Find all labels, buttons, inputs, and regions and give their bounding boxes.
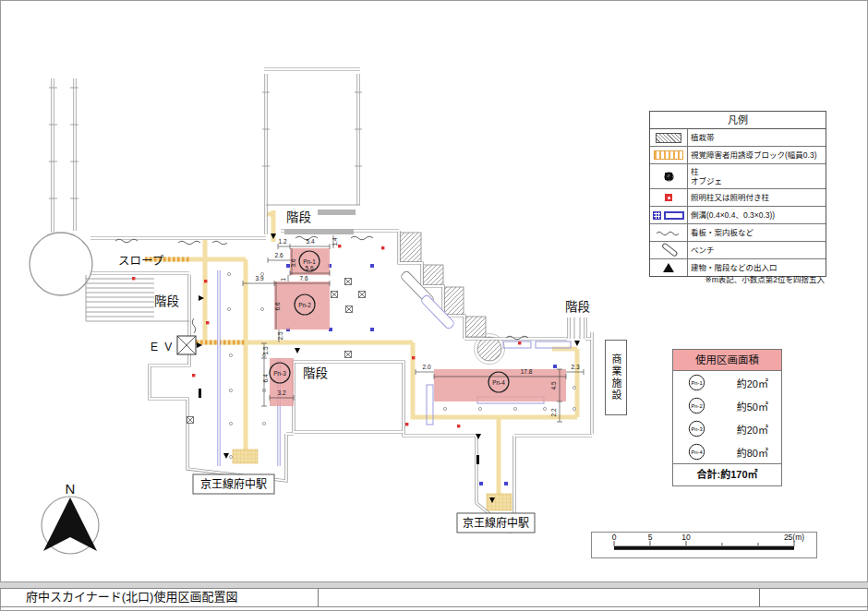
- svg-text:Pn-4: Pn-4: [691, 449, 703, 455]
- table-row: Pn-3 約20㎡: [673, 417, 781, 440]
- zone-pn3-area: 約20㎡: [737, 422, 768, 437]
- dim-pn1-top: 5.4: [306, 238, 314, 245]
- zone-pn2-badge: Pn-2: [688, 397, 705, 414]
- table-row: Pn-4 約80㎡: [673, 440, 781, 463]
- dim-pn2-offset-left: 3.9: [255, 275, 263, 282]
- north-arrow: N: [28, 466, 115, 563]
- title-block-mid-cell: [319, 588, 760, 606]
- dim-pn2-top: 7.6: [299, 275, 307, 282]
- station-labels: 京王線府中駅 京王線府中駅: [193, 474, 535, 533]
- north-arrow-glyph: [43, 497, 97, 551]
- elevator-label: E V: [151, 341, 174, 353]
- legend-label: 植栽帯: [688, 131, 826, 144]
- dim-pn3-offset-top: 1.5: [262, 346, 269, 354]
- zone-pn2-label: Pn-2: [298, 302, 311, 308]
- planter-circle: [477, 337, 501, 361]
- dim-pn4-offset-left: 2.0: [422, 364, 430, 370]
- title-block: 府中スカイナード(北口)使用区画配置図: [0, 581, 868, 607]
- legend-row-planting: 植栽帯: [650, 129, 826, 147]
- legend-label: ベンチ: [688, 244, 826, 257]
- stairs-label-center: 階段: [303, 366, 328, 380]
- legend-row-light: 照明柱又は照明付き柱: [650, 189, 826, 207]
- scale-tick-25: 25(m): [784, 533, 804, 542]
- legend-label: 側溝(0.4×0.4、0.3×0.3)): [688, 209, 826, 222]
- dim-pn1-offset-left: 2.6: [274, 252, 283, 258]
- legend-note: ※m表記、小数点第2位を四捨五入: [649, 273, 825, 284]
- dim-pn4-offset-right: 2.3: [571, 364, 579, 370]
- dim-pn1-offset-top: 1.2: [278, 238, 286, 245]
- dim-pn4-top: 17.8: [521, 368, 533, 375]
- elevator-box: [177, 336, 196, 354]
- scale-tick-5: 5: [648, 533, 653, 542]
- entrance-icon: [662, 262, 675, 273]
- tactile-warning-block: [233, 449, 258, 463]
- svg-text:Pn-2: Pn-2: [691, 403, 702, 409]
- area-table-title: 使用区画面積: [673, 350, 781, 371]
- gutter-rect-icon: [664, 211, 684, 220]
- stairs-label-top: 階段: [286, 210, 311, 224]
- dim-pn1-right-gap: 1.4: [332, 237, 338, 246]
- legend-row-tactile: 視覚障害者用誘導ブロック(幅員0.3): [650, 147, 826, 164]
- signboard-icon: [655, 228, 682, 237]
- title-block-right-cell: [760, 588, 868, 606]
- legend-row-bench: ベンチ: [650, 242, 826, 259]
- dim-pn4-right: 4.5: [550, 381, 557, 389]
- stair-tread-band: [318, 210, 356, 215]
- legend-label: 建物・階段などの出入口: [688, 261, 826, 274]
- zone-pn2-area: 約50㎡: [737, 399, 768, 413]
- station-label-west: 京王線府中駅: [200, 477, 267, 491]
- tactile-block-icon: [654, 150, 683, 160]
- legend-label-pillar: 柱: [691, 167, 823, 176]
- zone-pn1-label: Pn-1: [303, 258, 316, 265]
- tactile-warning-block: [487, 494, 512, 510]
- zone-pn4: [434, 369, 566, 401]
- commercial-facility-label: 商業施設: [605, 340, 627, 415]
- svg-text:Pn-1: Pn-1: [691, 380, 702, 386]
- dim-pn2-offset-bottom: 2.5: [277, 331, 283, 340]
- legend-label: 看板・案内板など: [688, 226, 826, 239]
- scale-bar: 0 5 10 25(m): [591, 532, 817, 559]
- legend-row-gutter: 側溝(0.4×0.4、0.3×0.3)): [650, 207, 826, 224]
- stairs-label-east: 階段: [565, 300, 590, 314]
- drawing-title: 府中スカイナード(北口)使用区画配置図: [0, 588, 319, 606]
- legend-label: 視覚障害者用誘導ブロック(幅員0.3): [688, 149, 826, 162]
- zone-pn1-area: 約20㎡: [737, 376, 768, 390]
- zone-pn4-area: 約80㎡: [737, 445, 768, 460]
- area-table-total: 合計:約170㎡: [673, 463, 781, 485]
- stairs-label-west: 階段: [154, 294, 179, 308]
- legend-box: 凡例 植栽帯 視覚障害者用誘導ブロック(幅員0.3) 柱 オブジェ 照明柱又は照…: [649, 111, 826, 277]
- scale-tick-10: 10: [681, 533, 691, 542]
- dim-pn1-left: 3.6: [290, 258, 296, 267]
- dim-pn4-offset-bottom: 2.2: [550, 408, 557, 416]
- stair-tread-band: [284, 229, 354, 234]
- legend-label: 照明柱又は照明付き柱: [688, 191, 826, 204]
- dim-pn3-bottom: 3.2: [277, 389, 285, 396]
- svg-text:Pn-3: Pn-3: [691, 426, 702, 432]
- usage-zones: [270, 248, 566, 406]
- table-row: Pn-1 約20㎡: [673, 371, 781, 394]
- legend-row-signboard: 看板・案内板など: [650, 224, 826, 242]
- objet-icon: [664, 172, 674, 182]
- legend-row-pillar-object: 柱 オブジェ: [650, 164, 826, 189]
- zone-pn4-badge: Pn-4: [688, 443, 705, 461]
- dim-pn2-left: 6.6: [274, 302, 281, 310]
- light-pillar-icon: [665, 194, 672, 201]
- slope-label: スロープ: [118, 255, 164, 268]
- site-plan: 1.2 5.4 1.4 2.6 3.6 5.6 1 3.9 7.6 6.6 2.…: [0, 0, 868, 581]
- area-table: 使用区画面積 Pn-1 約20㎡ Pn-2 約50㎡ Pn-3 約20㎡ Pn-…: [672, 349, 782, 486]
- bench-icon: [658, 242, 679, 258]
- planting-hatch-icon: [656, 133, 681, 143]
- zone-pn1-badge: Pn-1: [688, 374, 705, 391]
- legend-label-objet: オブジェ: [691, 176, 823, 186]
- zone-pn4-label: Pn-4: [492, 379, 505, 386]
- north-label: N: [66, 481, 76, 497]
- zone-pn3-label: Pn-3: [273, 370, 286, 377]
- dim-pn1-gap: 1: [280, 278, 286, 282]
- legend-title: 凡例: [650, 112, 826, 129]
- station-label-south: 京王線府中駅: [463, 516, 529, 530]
- slope-turn-circle: [30, 233, 92, 295]
- tactile-paving-paths: [145, 210, 577, 494]
- table-row: Pn-2 約50㎡: [673, 394, 781, 417]
- scale-tick-0: 0: [612, 533, 617, 542]
- dim-pn3-left: 6.4: [262, 374, 269, 382]
